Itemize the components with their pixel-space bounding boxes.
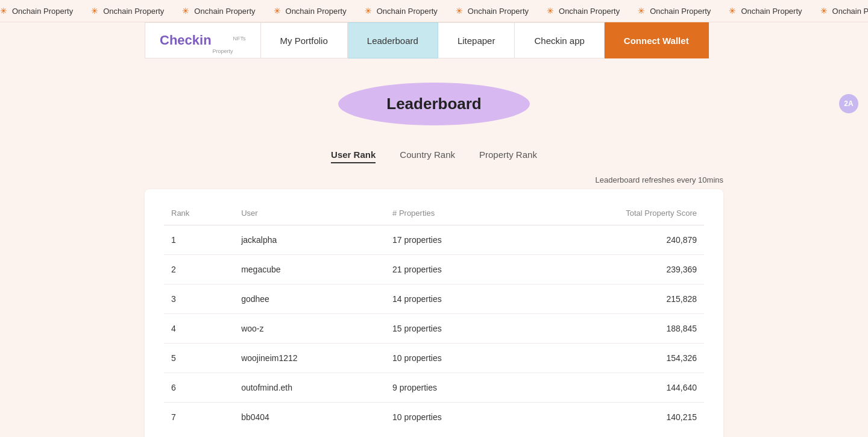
nav-leaderboard[interactable]: Leaderboard [348, 22, 438, 58]
ticker-star: ✳ [91, 6, 98, 16]
cell-properties: 14 properties [385, 285, 521, 314]
ticker-item: ✳ Onchain Property [274, 6, 347, 16]
col-score-header: Total Property Score [521, 204, 704, 225]
ticker-star: ✳ [456, 6, 463, 16]
ticker-star: ✳ [547, 6, 554, 16]
ticker-item: ✳ Onchain Property [456, 6, 529, 16]
ticker-text: Onchain Property [377, 7, 438, 16]
ticker-item: ✳ Onchain Property [91, 6, 164, 16]
cell-rank: 7 [164, 403, 234, 432]
cell-user: jackalpha [234, 225, 385, 255]
nav-checkin-app[interactable]: Checkin app [515, 22, 604, 58]
ticker-bar: ✳ Onchain Property ✳ Onchain Property ✳ … [0, 0, 868, 22]
cell-rank: 3 [164, 285, 234, 314]
logo-checkin-text: Checkin [160, 33, 212, 48]
ticker-star: ✳ [820, 6, 828, 16]
cell-score: 140,215 [521, 403, 704, 432]
nav-my-portfolio[interactable]: My Portfolio [261, 22, 348, 58]
col-rank-header: Rank [164, 204, 234, 225]
cell-rank: 4 [164, 314, 234, 344]
cell-rank: 2 [164, 255, 234, 285]
page-title-oval: Leaderboard [338, 83, 530, 125]
main-content: Leaderboard User Rank Country Rank Prope… [0, 58, 868, 437]
refresh-note: Leaderboard refreshes every 10mins [145, 175, 723, 184]
ticker-star: ✳ [182, 6, 189, 16]
ticker-text: Onchain Property [286, 7, 347, 16]
ticker-item: ✳ Onchain Property [820, 6, 868, 16]
cell-rank: 6 [164, 373, 234, 403]
cell-rank: 5 [164, 344, 234, 373]
tabs-row: User Rank Country Rank Property Rank [331, 149, 537, 163]
table-row: 2 megacube 21 properties 239,369 [164, 255, 704, 285]
col-properties-header: # Properties [385, 204, 521, 225]
cell-properties: 10 properties [385, 403, 521, 432]
ticker-item: ✳ Onchain Property [0, 6, 73, 16]
avatar-label: 2A [844, 99, 853, 108]
cell-user: megacube [234, 255, 385, 285]
ticker-inner: ✳ Onchain Property ✳ Onchain Property ✳ … [0, 6, 868, 16]
ticker-star: ✳ [0, 6, 7, 16]
table-row: 4 woo-z 15 properties 188,845 [164, 314, 704, 344]
cell-user: bb0404 [234, 403, 385, 432]
page-title: Leaderboard [386, 95, 482, 113]
cell-score: 215,828 [521, 285, 704, 314]
cell-score: 144,640 [521, 373, 704, 403]
col-user-header: User [234, 204, 385, 225]
avatar[interactable]: 2A [839, 94, 858, 113]
connect-wallet-button[interactable]: Connect Wallet [605, 22, 709, 58]
page-title-container: Leaderboard [338, 83, 530, 125]
ticker-item: ✳ Onchain Property [547, 6, 620, 16]
cell-properties: 15 properties [385, 314, 521, 344]
cell-score: 154,326 [521, 344, 704, 373]
ticker-star: ✳ [638, 6, 645, 16]
ticker-text: Onchain Property [650, 7, 711, 16]
ticker-star: ✳ [729, 6, 736, 16]
cell-properties: 17 properties [385, 225, 521, 255]
ticker-text: Onchain Property [741, 7, 802, 16]
ticker-text: Onchain Property [468, 7, 529, 16]
tab-user-rank[interactable]: User Rank [331, 149, 376, 163]
table-header-row: Rank User # Properties Total Property Sc… [164, 204, 704, 225]
table-row: 3 godhee 14 properties 215,828 [164, 285, 704, 314]
ticker-item: ✳ Onchain Property [638, 6, 711, 16]
table-row: 5 woojineim1212 10 properties 154,326 [164, 344, 704, 373]
ticker-item: ✳ Onchain Property [365, 6, 438, 16]
ticker-item: ✳ Onchain Property [182, 6, 255, 16]
ticker-text: Onchain Property [103, 7, 164, 16]
ticker-item: ✳ Onchain Property [729, 6, 802, 16]
ticker-text: Onchain Property [559, 7, 620, 16]
cell-properties: 10 properties [385, 344, 521, 373]
cell-user: godhee [234, 285, 385, 314]
leaderboard-table-container: Rank User # Properties Total Property Sc… [145, 189, 723, 437]
cell-score: 239,369 [521, 255, 704, 285]
cell-properties: 21 properties [385, 255, 521, 285]
cell-score: 188,845 [521, 314, 704, 344]
tab-country-rank[interactable]: Country Rank [400, 149, 455, 163]
table-row: 7 bb0404 10 properties 140,215 [164, 403, 704, 432]
tab-property-rank[interactable]: Property Rank [479, 149, 537, 163]
navbar: CheckinPropertyNFTs My Portfolio Leaderb… [145, 22, 723, 58]
logo-nfts-text: NFTs [233, 36, 246, 45]
ticker-text: Onchain Property [12, 7, 73, 16]
cell-score: 240,879 [521, 225, 704, 255]
cell-rank: 1 [164, 225, 234, 255]
nav-logo[interactable]: CheckinPropertyNFTs [145, 22, 261, 58]
leaderboard-table: Rank User # Properties Total Property Sc… [164, 204, 704, 432]
table-row: 6 outofmind.eth 9 properties 144,640 [164, 373, 704, 403]
cell-user: woojineim1212 [234, 344, 385, 373]
cell-user: outofmind.eth [234, 373, 385, 403]
logo-property-text: Property [213, 48, 233, 58]
cell-properties: 9 properties [385, 373, 521, 403]
ticker-text: Onchain Property [832, 7, 868, 16]
ticker-star: ✳ [365, 6, 372, 16]
table-row: 1 jackalpha 17 properties 240,879 [164, 225, 704, 255]
nav-litepaper[interactable]: Litepaper [438, 22, 515, 58]
ticker-text: Onchain Property [194, 7, 255, 16]
cell-user: woo-z [234, 314, 385, 344]
ticker-star: ✳ [274, 6, 281, 16]
